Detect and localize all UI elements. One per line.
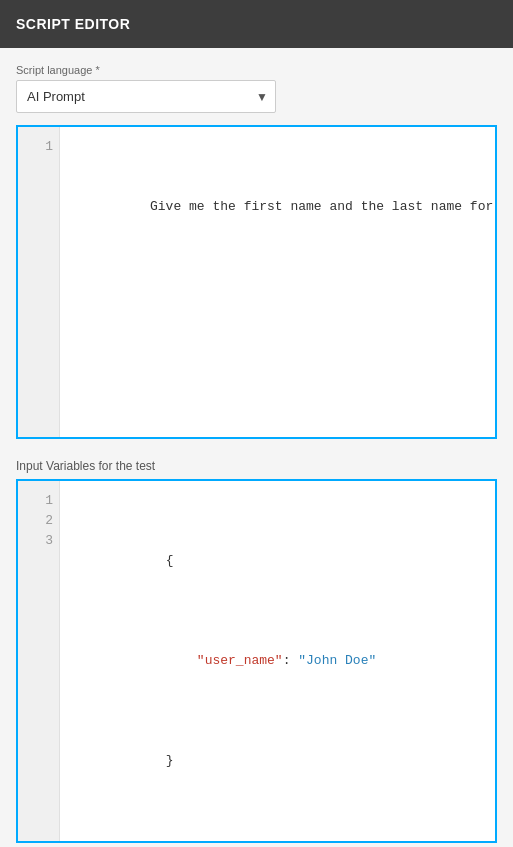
- script-language-select-wrapper: AI Prompt JavaScript Python ▼: [16, 80, 276, 113]
- script-language-label: Script language *: [16, 64, 497, 76]
- input-vars-editor[interactable]: 1 2 3 { "user_name": "John Doe" }: [18, 481, 495, 841]
- input-line-num-2: 2: [24, 511, 53, 531]
- script-language-select[interactable]: AI Prompt JavaScript Python: [16, 80, 276, 113]
- input-vars-content[interactable]: { "user_name": "John Doe" }: [60, 481, 495, 841]
- line-numbers: 1: [18, 127, 60, 437]
- input-line-num-1: 1: [24, 491, 53, 511]
- input-value-user-name: "John Doe": [298, 653, 376, 668]
- input-variables-label: Input Variables for the test: [16, 459, 497, 473]
- input-brace-close: }: [166, 753, 174, 768]
- input-colon: :: [283, 653, 299, 668]
- main-content: Script language * AI Prompt JavaScript P…: [0, 48, 513, 847]
- input-vars-line-3: }: [72, 731, 483, 791]
- page-header: SCRIPT EDITOR: [0, 0, 513, 48]
- input-variables-section: Input Variables for the test 1 2 3 { "us…: [16, 459, 497, 843]
- code-editor[interactable]: 1 Give me the first name and the last na…: [18, 127, 495, 437]
- input-key-user-name: "user_name": [166, 653, 283, 668]
- input-vars-line-1: {: [72, 531, 483, 591]
- code-line-1: Give me the first name and the last name…: [72, 177, 483, 237]
- page-title: SCRIPT EDITOR: [16, 16, 130, 32]
- code-text-plain: Give me the first name and the last name…: [150, 199, 495, 214]
- input-vars-container: 1 2 3 { "user_name": "John Doe" }: [16, 479, 497, 843]
- line-number-1: 1: [24, 137, 53, 157]
- input-brace-open: {: [166, 553, 174, 568]
- input-line-num-3: 3: [24, 531, 53, 551]
- code-editor-container: 1 Give me the first name and the last na…: [16, 125, 497, 439]
- code-content[interactable]: Give me the first name and the last name…: [60, 127, 495, 437]
- input-vars-line-numbers: 1 2 3: [18, 481, 60, 841]
- script-language-field: Script language * AI Prompt JavaScript P…: [16, 64, 497, 113]
- input-vars-line-2: "user_name": "John Doe": [72, 631, 483, 691]
